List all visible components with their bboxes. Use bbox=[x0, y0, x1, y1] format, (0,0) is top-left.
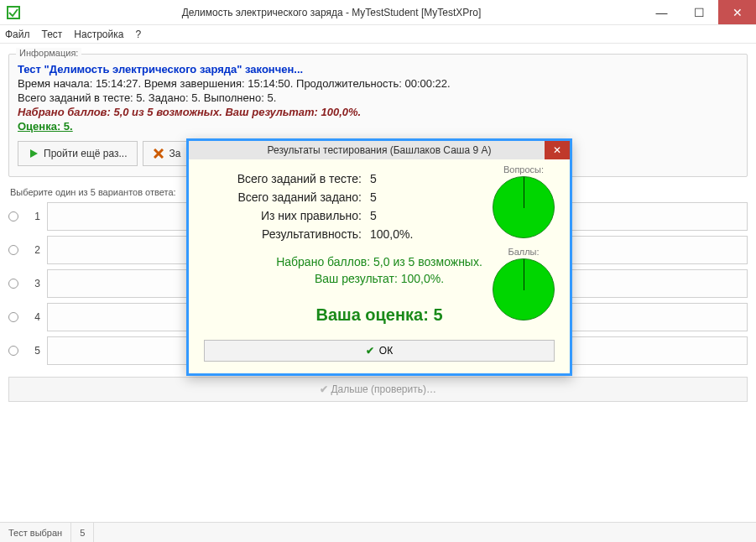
menu-help[interactable]: ? bbox=[135, 29, 141, 40]
stat-key: Всего заданий задано: bbox=[204, 188, 362, 206]
menubar: Файл Тест Настройка ? bbox=[0, 25, 756, 44]
close-test-button[interactable]: За bbox=[143, 141, 191, 166]
check-icon: ✔ bbox=[320, 383, 328, 395]
radio-icon[interactable] bbox=[8, 279, 18, 289]
window-minimize-button[interactable]: — bbox=[643, 0, 680, 24]
radio-icon[interactable] bbox=[8, 245, 18, 255]
window-close-button[interactable]: ✕ bbox=[718, 0, 756, 24]
info-title: Тест "Делимость электрического заряда" з… bbox=[18, 63, 738, 76]
retry-label: Пройти ещё раз... bbox=[44, 148, 127, 159]
status-test: Тест выбран bbox=[0, 523, 71, 542]
radio-icon[interactable] bbox=[8, 312, 18, 322]
statusbar: Тест выбран 5 bbox=[0, 522, 756, 542]
check-icon: ✔ bbox=[366, 345, 374, 357]
retry-button[interactable]: Пройти ещё раз... bbox=[18, 141, 138, 166]
dialog-title: Результаты тестирования (Башлаков Саша 9… bbox=[268, 144, 492, 156]
info-grade: Оценка: 5. bbox=[18, 120, 738, 133]
stat-val: 100,0%. bbox=[370, 225, 413, 243]
window-titlebar: Делимость электрического заряда - MyTest… bbox=[0, 0, 756, 25]
stat-val: 5 bbox=[370, 206, 377, 225]
points-pie: Баллы: bbox=[493, 247, 555, 321]
stat-key: Всего заданий в тесте: bbox=[204, 169, 362, 188]
stat-val: 5 bbox=[370, 169, 377, 188]
stat-val: 5 bbox=[370, 188, 377, 206]
status-count: 5 bbox=[71, 523, 94, 542]
info-timing: Время начала: 15:14:27. Время завершения… bbox=[18, 77, 738, 90]
answer-num: 4 bbox=[25, 311, 40, 323]
stat-key: Результативность: bbox=[204, 225, 362, 243]
radio-icon[interactable] bbox=[8, 211, 18, 221]
answer-num: 2 bbox=[25, 244, 40, 256]
window-title: Делимость электрического заряда - MyTest… bbox=[20, 7, 643, 18]
questions-pie: Вопросы: bbox=[493, 164, 555, 238]
menu-settings[interactable]: Настройка bbox=[74, 29, 123, 40]
answer-num: 3 bbox=[25, 278, 40, 289]
answer-num: 1 bbox=[25, 211, 40, 222]
window-maximize-button[interactable]: ☐ bbox=[680, 0, 718, 24]
close-label: За bbox=[169, 148, 180, 159]
app-icon bbox=[7, 6, 20, 19]
dialog-titlebar: Результаты тестирования (Башлаков Саша 9… bbox=[189, 141, 570, 159]
pie-label: Вопросы: bbox=[493, 164, 555, 175]
pie-chart-icon bbox=[493, 176, 555, 238]
menu-file[interactable]: Файл bbox=[5, 29, 30, 40]
stat-key: Из них правильно: bbox=[204, 206, 362, 225]
dialog-close-button[interactable]: ✕ bbox=[545, 141, 570, 159]
answer-num: 5 bbox=[25, 345, 40, 357]
ok-label: ОК bbox=[379, 345, 393, 357]
play-icon bbox=[29, 149, 39, 159]
next-button[interactable]: ✔ Дальше (проверить)… bbox=[8, 377, 748, 402]
pie-label: Баллы: bbox=[493, 247, 555, 257]
info-points: Набрано баллов: 5,0 из 5 возможных. Ваш … bbox=[18, 106, 738, 118]
next-label: Дальше (проверить)… bbox=[331, 383, 436, 395]
results-dialog: Результаты тестирования (Башлаков Саша 9… bbox=[186, 138, 572, 376]
pie-chart-icon bbox=[493, 258, 555, 321]
radio-icon[interactable] bbox=[8, 346, 18, 356]
dialog-ok-button[interactable]: ✔ ОК bbox=[204, 340, 555, 362]
menu-test[interactable]: Тест bbox=[42, 29, 63, 40]
info-tasks: Всего заданий в тесте: 5. Задано: 5. Вып… bbox=[18, 91, 738, 104]
x-icon bbox=[154, 149, 164, 159]
info-legend: Информация: bbox=[16, 48, 81, 58]
